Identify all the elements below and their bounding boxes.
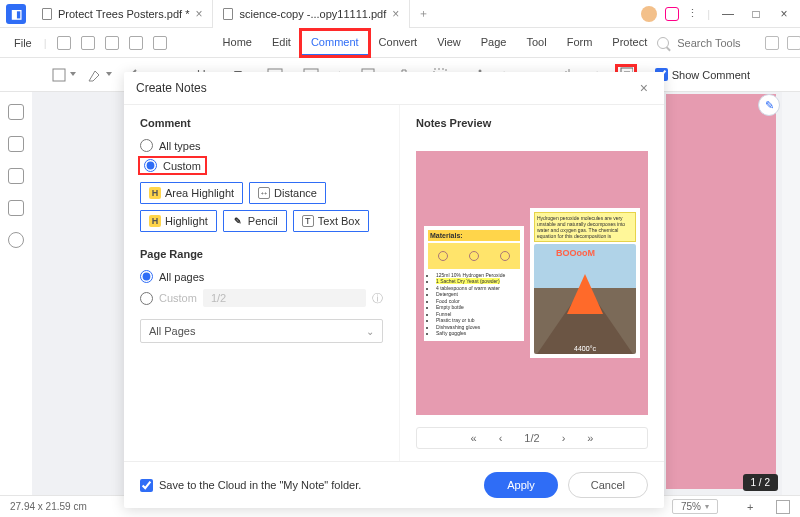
tab-edit[interactable]: Edit [262, 30, 301, 56]
radio-all-types-input[interactable] [140, 139, 153, 152]
chip-distance[interactable]: ↔Distance [249, 182, 326, 204]
page-range-section-label: Page Range [140, 248, 383, 260]
radio-all-pages-input[interactable] [140, 270, 153, 283]
file-menu[interactable]: File [6, 37, 40, 49]
show-comment-toggle[interactable]: Show Comment [655, 68, 750, 81]
preview-note-materials: Materials: 125ml 10% Hydrogen Peroxide 1… [424, 226, 524, 341]
attachments-panel-icon[interactable] [8, 200, 24, 216]
tab-protect[interactable]: Protect [602, 30, 657, 56]
floating-tool-icon[interactable]: ✎ [758, 94, 780, 116]
modal-right-panel: Notes Preview Materials: 125ml 10% Hydro… [399, 105, 664, 461]
page-dimensions: 27.94 x 21.59 cm [10, 501, 87, 512]
tab-convert[interactable]: Convert [369, 30, 428, 56]
chip-pencil[interactable]: ✎Pencil [223, 210, 287, 232]
pager-last-button[interactable]: » [581, 432, 599, 444]
svg-rect-0 [53, 69, 65, 81]
fit-page-icon[interactable] [776, 500, 790, 514]
app-logo: ◧ [6, 4, 26, 24]
info-icon[interactable]: ⓘ [372, 291, 383, 306]
search-tools-input[interactable] [677, 37, 757, 49]
radio-custom-input[interactable] [144, 159, 157, 172]
qat-redo-icon[interactable] [153, 36, 167, 50]
save-to-cloud-toggle[interactable]: Save to the Cloud in the "My Note" folde… [140, 479, 361, 492]
zoom-in-button[interactable]: + [724, 494, 770, 518]
doc-icon [42, 8, 52, 20]
radio-custom[interactable]: Custom [144, 159, 201, 172]
pager-first-button[interactable]: « [465, 432, 483, 444]
tab-close-icon[interactable]: × [195, 7, 202, 21]
tab-view[interactable]: View [427, 30, 471, 56]
user-avatar[interactable] [641, 6, 657, 22]
note-tool-icon[interactable] [50, 66, 68, 84]
quick-access-toolbar [51, 36, 173, 50]
radio-all-types[interactable]: All types [140, 139, 383, 152]
tab-home[interactable]: Home [213, 30, 262, 56]
notes-preview: Materials: 125ml 10% Hydrogen Peroxide 1… [416, 151, 648, 415]
thumbnails-icon[interactable] [8, 104, 24, 120]
window-close-button[interactable]: × [774, 7, 794, 21]
comment-type-chips: HArea Highlight ↔Distance HHighlight ✎Pe… [140, 182, 383, 232]
window-maximize-button[interactable]: □ [746, 7, 766, 21]
modal-close-button[interactable]: × [636, 80, 652, 96]
tab-comment[interactable]: Comment [301, 30, 369, 56]
qat-undo-icon[interactable] [129, 36, 143, 50]
pager-page-value[interactable]: 1/2 [518, 432, 545, 444]
document-page[interactable] [666, 94, 776, 489]
show-comment-label: Show Comment [672, 69, 750, 81]
titlebar: ◧ Protect Trees Posters.pdf * × science-… [0, 0, 800, 28]
modal-title: Create Notes [136, 81, 207, 95]
radio-page-custom-input[interactable] [140, 292, 153, 305]
notification-icon[interactable] [665, 7, 679, 21]
chevron-down-icon: ⌄ [366, 326, 374, 337]
page-filter-select[interactable]: All Pages ⌄ [140, 319, 383, 343]
chip-text-box[interactable]: TText Box [293, 210, 369, 232]
menu-tabs: Home Edit Comment Convert View Page Tool… [213, 30, 658, 56]
preview-label: Notes Preview [416, 117, 648, 129]
new-tab-button[interactable]: ＋ [410, 6, 437, 21]
more-menu-icon[interactable]: ⋮ [687, 7, 699, 20]
qat-save-icon[interactable] [81, 36, 95, 50]
zoom-level-select[interactable]: 75% ▾ [672, 499, 718, 514]
page-custom-value[interactable]: 1/2 [203, 289, 366, 307]
bookmarks-icon[interactable] [8, 136, 24, 152]
chip-highlight[interactable]: HHighlight [140, 210, 217, 232]
cloud-icon[interactable] [787, 36, 800, 50]
save-to-cloud-checkbox[interactable] [140, 479, 153, 492]
highlight-tool-icon[interactable] [86, 66, 104, 84]
zoom-value: 75% [681, 501, 701, 512]
preview-note-volcano: Hydrogen peroxide molecules are very uns… [530, 208, 640, 358]
chevron-down-icon: ▾ [705, 502, 709, 511]
doc-icon [223, 8, 233, 20]
search-icon [657, 37, 669, 49]
comments-panel-icon[interactable] [8, 168, 24, 184]
tab-label: science-copy -...opy11111.pdf [239, 8, 386, 20]
pager-prev-button[interactable]: ‹ [493, 432, 509, 444]
tab-close-icon[interactable]: × [392, 7, 399, 21]
document-tab-0[interactable]: Protect Trees Posters.pdf * × [32, 0, 213, 28]
qat-open-icon[interactable] [57, 36, 71, 50]
menubar: File | Home Edit Comment Convert View Pa… [0, 28, 800, 58]
document-tab-1[interactable]: science-copy -...opy11111.pdf × [213, 0, 410, 28]
qat-print-icon[interactable] [105, 36, 119, 50]
search-panel-icon[interactable] [8, 232, 24, 248]
preview-pager: « ‹ 1/2 › » [416, 427, 648, 449]
tab-tool[interactable]: Tool [516, 30, 556, 56]
cancel-button[interactable]: Cancel [568, 472, 648, 498]
tab-label: Protect Trees Posters.pdf * [58, 8, 189, 20]
radio-page-custom[interactable]: Custom 1/2 ⓘ [140, 289, 383, 307]
left-sidebar [0, 92, 32, 495]
window-minimize-button[interactable]: — [718, 7, 738, 21]
tab-page[interactable]: Page [471, 30, 517, 56]
apply-button[interactable]: Apply [484, 472, 558, 498]
tab-form[interactable]: Form [557, 30, 603, 56]
radio-all-pages[interactable]: All pages [140, 270, 383, 283]
share-icon[interactable] [765, 36, 779, 50]
pager-next-button[interactable]: › [556, 432, 572, 444]
comment-section-label: Comment [140, 117, 383, 129]
page-indicator: 1 / 2 [743, 474, 778, 491]
chip-area-highlight[interactable]: HArea Highlight [140, 182, 243, 204]
modal-left-panel: Comment All types Custom HArea Highlight… [124, 105, 399, 461]
create-notes-modal: Create Notes × Comment All types Custom … [124, 72, 664, 508]
